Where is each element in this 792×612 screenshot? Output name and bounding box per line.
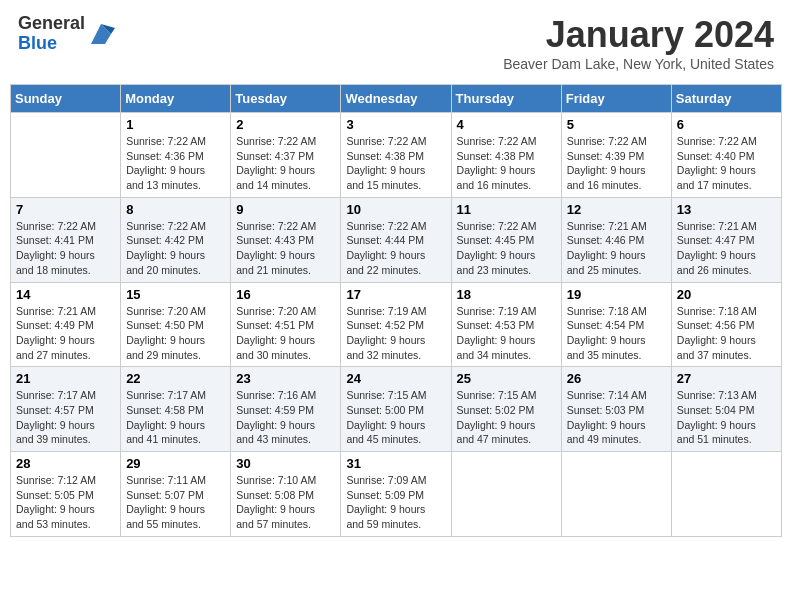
calendar-cell: 30Sunrise: 7:10 AM Sunset: 5:08 PM Dayli… <box>231 452 341 537</box>
day-header-sunday: Sunday <box>11 85 121 113</box>
calendar-cell: 12Sunrise: 7:21 AM Sunset: 4:46 PM Dayli… <box>561 197 671 282</box>
calendar-cell: 18Sunrise: 7:19 AM Sunset: 4:53 PM Dayli… <box>451 282 561 367</box>
day-number: 6 <box>677 117 776 132</box>
calendar-cell: 25Sunrise: 7:15 AM Sunset: 5:02 PM Dayli… <box>451 367 561 452</box>
calendar-cell: 23Sunrise: 7:16 AM Sunset: 4:59 PM Dayli… <box>231 367 341 452</box>
day-info: Sunrise: 7:22 AM Sunset: 4:36 PM Dayligh… <box>126 134 225 193</box>
day-info: Sunrise: 7:21 AM Sunset: 4:49 PM Dayligh… <box>16 304 115 363</box>
calendar-cell: 31Sunrise: 7:09 AM Sunset: 5:09 PM Dayli… <box>341 452 451 537</box>
day-number: 13 <box>677 202 776 217</box>
calendar-cell: 11Sunrise: 7:22 AM Sunset: 4:45 PM Dayli… <box>451 197 561 282</box>
calendar-cell: 1Sunrise: 7:22 AM Sunset: 4:36 PM Daylig… <box>121 113 231 198</box>
calendar-cell: 6Sunrise: 7:22 AM Sunset: 4:40 PM Daylig… <box>671 113 781 198</box>
calendar-cell <box>11 113 121 198</box>
calendar-cell: 13Sunrise: 7:21 AM Sunset: 4:47 PM Dayli… <box>671 197 781 282</box>
logo-icon <box>87 20 115 48</box>
location: Beaver Dam Lake, New York, United States <box>503 56 774 72</box>
day-info: Sunrise: 7:16 AM Sunset: 4:59 PM Dayligh… <box>236 388 335 447</box>
day-info: Sunrise: 7:22 AM Sunset: 4:42 PM Dayligh… <box>126 219 225 278</box>
day-info: Sunrise: 7:22 AM Sunset: 4:45 PM Dayligh… <box>457 219 556 278</box>
month-title: January 2024 <box>503 14 774 56</box>
day-number: 31 <box>346 456 445 471</box>
logo: General Blue <box>18 14 115 54</box>
logo-blue: Blue <box>18 33 57 53</box>
day-number: 27 <box>677 371 776 386</box>
day-header-friday: Friday <box>561 85 671 113</box>
day-info: Sunrise: 7:14 AM Sunset: 5:03 PM Dayligh… <box>567 388 666 447</box>
day-info: Sunrise: 7:11 AM Sunset: 5:07 PM Dayligh… <box>126 473 225 532</box>
day-header-wednesday: Wednesday <box>341 85 451 113</box>
day-header-thursday: Thursday <box>451 85 561 113</box>
calendar-table: SundayMondayTuesdayWednesdayThursdayFrid… <box>10 84 782 537</box>
day-number: 24 <box>346 371 445 386</box>
day-info: Sunrise: 7:10 AM Sunset: 5:08 PM Dayligh… <box>236 473 335 532</box>
calendar-cell: 19Sunrise: 7:18 AM Sunset: 4:54 PM Dayli… <box>561 282 671 367</box>
calendar-header-row: SundayMondayTuesdayWednesdayThursdayFrid… <box>11 85 782 113</box>
day-number: 15 <box>126 287 225 302</box>
day-info: Sunrise: 7:19 AM Sunset: 4:53 PM Dayligh… <box>457 304 556 363</box>
calendar-cell <box>561 452 671 537</box>
day-number: 5 <box>567 117 666 132</box>
day-number: 23 <box>236 371 335 386</box>
day-number: 7 <box>16 202 115 217</box>
day-info: Sunrise: 7:22 AM Sunset: 4:43 PM Dayligh… <box>236 219 335 278</box>
day-number: 10 <box>346 202 445 217</box>
day-number: 16 <box>236 287 335 302</box>
day-number: 14 <box>16 287 115 302</box>
calendar-cell: 14Sunrise: 7:21 AM Sunset: 4:49 PM Dayli… <box>11 282 121 367</box>
day-number: 4 <box>457 117 556 132</box>
day-info: Sunrise: 7:20 AM Sunset: 4:50 PM Dayligh… <box>126 304 225 363</box>
calendar-week-5: 28Sunrise: 7:12 AM Sunset: 5:05 PM Dayli… <box>11 452 782 537</box>
logo-general: General <box>18 13 85 33</box>
calendar-cell: 10Sunrise: 7:22 AM Sunset: 4:44 PM Dayli… <box>341 197 451 282</box>
day-info: Sunrise: 7:20 AM Sunset: 4:51 PM Dayligh… <box>236 304 335 363</box>
day-number: 12 <box>567 202 666 217</box>
calendar-cell: 26Sunrise: 7:14 AM Sunset: 5:03 PM Dayli… <box>561 367 671 452</box>
day-number: 1 <box>126 117 225 132</box>
day-info: Sunrise: 7:21 AM Sunset: 4:47 PM Dayligh… <box>677 219 776 278</box>
calendar-cell: 7Sunrise: 7:22 AM Sunset: 4:41 PM Daylig… <box>11 197 121 282</box>
day-info: Sunrise: 7:13 AM Sunset: 5:04 PM Dayligh… <box>677 388 776 447</box>
page-header: General Blue January 2024 Beaver Dam Lak… <box>10 10 782 76</box>
calendar-cell: 21Sunrise: 7:17 AM Sunset: 4:57 PM Dayli… <box>11 367 121 452</box>
day-info: Sunrise: 7:15 AM Sunset: 5:02 PM Dayligh… <box>457 388 556 447</box>
calendar-cell: 27Sunrise: 7:13 AM Sunset: 5:04 PM Dayli… <box>671 367 781 452</box>
day-info: Sunrise: 7:22 AM Sunset: 4:37 PM Dayligh… <box>236 134 335 193</box>
day-info: Sunrise: 7:17 AM Sunset: 4:57 PM Dayligh… <box>16 388 115 447</box>
calendar-cell: 15Sunrise: 7:20 AM Sunset: 4:50 PM Dayli… <box>121 282 231 367</box>
day-info: Sunrise: 7:12 AM Sunset: 5:05 PM Dayligh… <box>16 473 115 532</box>
day-info: Sunrise: 7:22 AM Sunset: 4:38 PM Dayligh… <box>457 134 556 193</box>
calendar-cell: 8Sunrise: 7:22 AM Sunset: 4:42 PM Daylig… <box>121 197 231 282</box>
day-info: Sunrise: 7:22 AM Sunset: 4:41 PM Dayligh… <box>16 219 115 278</box>
day-header-saturday: Saturday <box>671 85 781 113</box>
calendar-cell: 17Sunrise: 7:19 AM Sunset: 4:52 PM Dayli… <box>341 282 451 367</box>
calendar-cell: 5Sunrise: 7:22 AM Sunset: 4:39 PM Daylig… <box>561 113 671 198</box>
calendar-week-2: 7Sunrise: 7:22 AM Sunset: 4:41 PM Daylig… <box>11 197 782 282</box>
title-block: January 2024 Beaver Dam Lake, New York, … <box>503 14 774 72</box>
day-info: Sunrise: 7:22 AM Sunset: 4:40 PM Dayligh… <box>677 134 776 193</box>
calendar-cell: 22Sunrise: 7:17 AM Sunset: 4:58 PM Dayli… <box>121 367 231 452</box>
day-number: 11 <box>457 202 556 217</box>
day-number: 30 <box>236 456 335 471</box>
calendar-cell <box>451 452 561 537</box>
day-number: 9 <box>236 202 335 217</box>
day-number: 28 <box>16 456 115 471</box>
day-header-tuesday: Tuesday <box>231 85 341 113</box>
day-info: Sunrise: 7:22 AM Sunset: 4:44 PM Dayligh… <box>346 219 445 278</box>
day-number: 22 <box>126 371 225 386</box>
day-number: 25 <box>457 371 556 386</box>
day-number: 26 <box>567 371 666 386</box>
day-number: 18 <box>457 287 556 302</box>
calendar-week-1: 1Sunrise: 7:22 AM Sunset: 4:36 PM Daylig… <box>11 113 782 198</box>
day-info: Sunrise: 7:22 AM Sunset: 4:39 PM Dayligh… <box>567 134 666 193</box>
calendar-cell: 28Sunrise: 7:12 AM Sunset: 5:05 PM Dayli… <box>11 452 121 537</box>
day-number: 2 <box>236 117 335 132</box>
calendar-cell: 16Sunrise: 7:20 AM Sunset: 4:51 PM Dayli… <box>231 282 341 367</box>
calendar-cell <box>671 452 781 537</box>
calendar-cell: 2Sunrise: 7:22 AM Sunset: 4:37 PM Daylig… <box>231 113 341 198</box>
calendar-cell: 3Sunrise: 7:22 AM Sunset: 4:38 PM Daylig… <box>341 113 451 198</box>
day-info: Sunrise: 7:22 AM Sunset: 4:38 PM Dayligh… <box>346 134 445 193</box>
day-number: 17 <box>346 287 445 302</box>
calendar-cell: 9Sunrise: 7:22 AM Sunset: 4:43 PM Daylig… <box>231 197 341 282</box>
day-number: 20 <box>677 287 776 302</box>
